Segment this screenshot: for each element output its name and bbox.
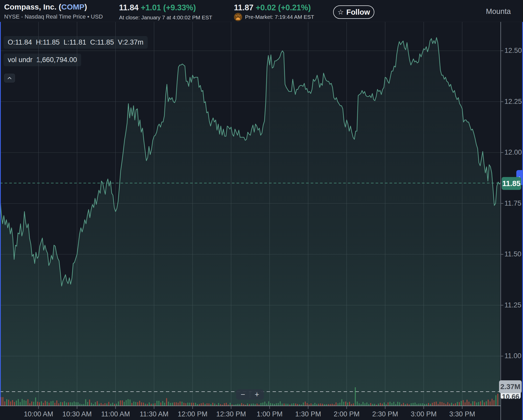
chart-left-edge-highlight: [0, 22, 1, 406]
price-chart-svg[interactable]: [0, 0, 523, 420]
stock-chart-page: Compass, Inc. (COMP) NYSE - Nasdaq Real …: [0, 0, 523, 420]
zoom-control: − +: [236, 389, 264, 400]
last-price-badge: 11.85: [502, 177, 521, 190]
zoom-in-button[interactable]: +: [250, 389, 264, 400]
volume-value-badge: 2.37M: [499, 380, 522, 393]
zoom-out-button[interactable]: −: [236, 389, 250, 400]
